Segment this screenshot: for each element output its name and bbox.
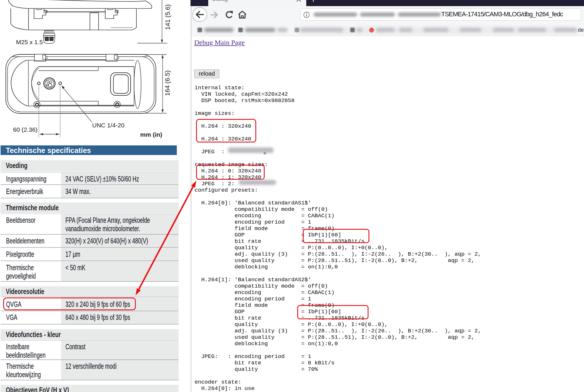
svg-text:141 (5.6): 141 (5.6) <box>164 4 171 30</box>
svg-text:UNC 1/4-20: UNC 1/4-20 <box>92 122 124 129</box>
svg-text:60 (2.36): 60 (2.36) <box>13 126 38 133</box>
svg-text:M25 x 1.5: M25 x 1.5 <box>16 39 43 45</box>
svg-text:mm (in): mm (in) <box>140 131 162 138</box>
svg-text:164 (6.5): 164 (6.5) <box>164 70 171 96</box>
